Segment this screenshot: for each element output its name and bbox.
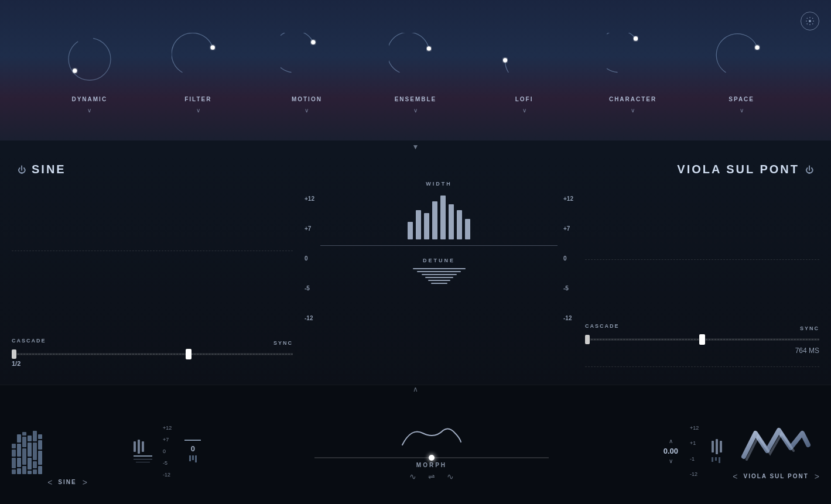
width-bar-4 [432, 201, 437, 239]
scale-0: 0 [163, 448, 172, 454]
morph-wave-icon-right: ∿ [447, 472, 454, 481]
knob-ensemble[interactable] [383, 27, 447, 91]
wb [12, 450, 16, 457]
left-scale-display: +12 +7 0 -5 -12 [163, 425, 172, 478]
detune-bar-6 [431, 283, 447, 284]
wb [22, 448, 26, 465]
left-next-button[interactable]: > [83, 478, 87, 487]
center-divider: ▼ [0, 140, 831, 153]
zmb [195, 455, 197, 462]
expand-chevron[interactable]: ∧ [413, 385, 418, 393]
zmb [192, 455, 194, 460]
knob-label-dynamic: DYNAMIC [71, 96, 107, 102]
pitch-down-arrow[interactable]: ∨ [669, 458, 673, 464]
knob-space[interactable] [709, 27, 774, 91]
wb [28, 443, 32, 457]
morph-wave-icon-left: ∿ [409, 472, 416, 481]
pitch-val-plus7-left: +7 [305, 225, 314, 232]
left-panel: CASCADE SYNC 1/2 [12, 181, 293, 385]
right-pitch-scale: +12 +7 0 -5 -12 [563, 193, 573, 321]
morph-slider-track[interactable] [314, 457, 549, 458]
detune-bar-3 [422, 274, 457, 275]
pitch-val-minus5-right: -5 [563, 285, 573, 292]
right-cascade-slider[interactable] [585, 338, 819, 341]
right-cascade-header: CASCADE SYNC [585, 323, 819, 334]
pitch-val-minus5-left: -5 [305, 285, 314, 292]
top-section: DYNAMIC ∨ FILTER ∨ MOTION ∨ [0, 0, 831, 140]
detune-bar-4 [425, 277, 453, 278]
right-panel: CASCADE SYNC 764 MS [585, 181, 819, 385]
right-prev-button[interactable]: < [733, 472, 737, 481]
svg-point-4 [427, 46, 431, 50]
eq-mini-bar [719, 457, 720, 463]
knob-chevron-dynamic: ∨ [87, 107, 91, 114]
svg-point-1 [73, 68, 77, 73]
right-sync-label: SYNC [800, 325, 819, 331]
right-next-button[interactable]: > [815, 472, 819, 481]
wc4 [28, 436, 32, 474]
right-instrument-title: VIOLA SUL PONT [677, 163, 799, 176]
knob-label-filter: FILTER [184, 96, 211, 102]
wb [33, 431, 37, 441]
wb [33, 443, 37, 460]
left-waveform-area: < SINE > [12, 416, 123, 487]
wb [33, 469, 37, 474]
wb [17, 434, 21, 443]
wb [28, 458, 32, 469]
pitch-val-0-left: 0 [305, 255, 314, 262]
wb [22, 432, 26, 436]
pitch-val-minus12-left: -12 [305, 315, 314, 321]
detune-bar-1 [413, 268, 466, 269]
scale-minus5: -5 [163, 460, 172, 466]
width-bar-1 [408, 222, 413, 239]
left-cascade-slider[interactable] [12, 353, 293, 355]
right-slider-thumb-start [585, 335, 590, 344]
left-instrument-name: SINE [58, 479, 76, 485]
left-cascade-row: CASCADE SYNC [12, 338, 293, 348]
morph-slider-thumb[interactable] [429, 455, 435, 461]
knob-dynamic[interactable] [57, 27, 122, 91]
right-power-button[interactable]: ⏻ [805, 165, 813, 174]
knob-motion[interactable] [275, 27, 339, 91]
wb [38, 466, 42, 474]
knob-character[interactable] [601, 27, 665, 91]
knob-group-lofi: LOFI ∨ [492, 27, 556, 114]
width-bar-5 [440, 196, 446, 239]
right-cascade-ms-value: 764 MS [585, 347, 819, 355]
divider-arrow: ▼ [412, 143, 419, 151]
brand-logo-svg [738, 421, 814, 468]
pitch-val-plus7-right: +7 [563, 225, 573, 232]
knob-chevron-filter: ∨ [196, 107, 200, 114]
pitch-up-arrow[interactable]: ∧ [669, 438, 673, 444]
right-scale-display: +12 +1 -1 -12 [690, 425, 699, 478]
knob-label-space: SPACE [729, 96, 754, 102]
knob-chevron-ensemble: ∨ [413, 107, 418, 114]
eq-right-bar-v [716, 439, 718, 454]
left-dashed-line [12, 251, 293, 256]
knob-lofi[interactable] [492, 27, 556, 91]
zero-crossbar-h [184, 440, 201, 441]
knob-group-motion: MOTION ∨ [275, 27, 339, 114]
width-bar-2 [416, 210, 421, 239]
eq-right-mini [712, 457, 722, 463]
width-bars-display [320, 193, 558, 239]
right-slider-thumb-main[interactable] [699, 334, 705, 345]
wb [12, 469, 16, 474]
right-waveform-area: < VIOLA SUL PONT > [733, 421, 819, 481]
knob-label-character: CHARACTER [609, 96, 656, 102]
zero-value: 0 [191, 444, 195, 453]
eq-bar-v [138, 440, 140, 454]
pitch-val-minus12-right: -12 [563, 315, 573, 321]
knob-filter[interactable] [166, 27, 230, 91]
left-prev-button[interactable]: < [47, 478, 52, 487]
left-slider-thumb-main[interactable] [186, 349, 191, 359]
eq-right-row1 [712, 439, 722, 454]
eq-right-bar-v [712, 441, 714, 452]
left-instrument-title: SINE [32, 163, 66, 176]
divider-line [320, 245, 558, 246]
scale-minus12: -12 [163, 472, 172, 478]
settings-icon[interactable] [801, 12, 819, 30]
morph-shuffle-icon[interactable]: ⇌ [428, 472, 435, 481]
pitch-val-plus12-left: +12 [305, 196, 314, 202]
left-power-button[interactable]: ⏻ [18, 165, 26, 174]
